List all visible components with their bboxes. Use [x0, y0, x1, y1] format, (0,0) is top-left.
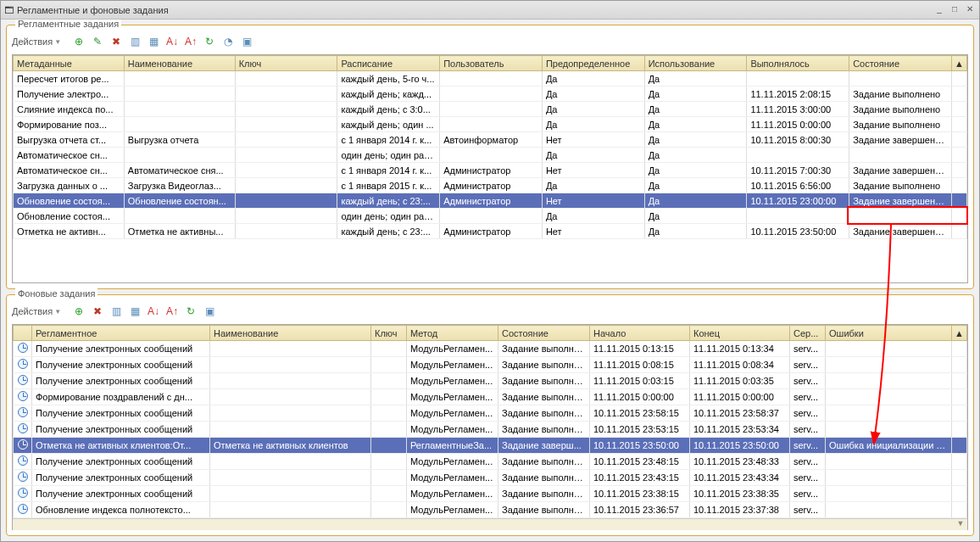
table-cell: один день; один раз... [337, 209, 440, 224]
clock-icon [14, 486, 32, 502]
table-cell: Ошибка инициализации библи... [826, 438, 952, 454]
scroll-up-icon[interactable]: ▲ [952, 326, 967, 341]
edit-icon[interactable]: ✎ [90, 34, 105, 49]
filter-clear-icon[interactable]: ▥ [109, 304, 124, 319]
table-cell: Задание завершено ... [849, 224, 952, 239]
add-icon[interactable]: ⊕ [71, 34, 86, 49]
table-cell: Автоматическое сн... [14, 148, 125, 163]
table-cell: Задание заверш... [498, 438, 590, 454]
filter-icon[interactable]: ▦ [127, 304, 142, 319]
refresh-icon[interactable]: ↻ [183, 304, 198, 319]
table-cell: Получение электронных сообщений [32, 373, 210, 389]
table-cell [826, 454, 952, 470]
table-row[interactable]: Получение электронных сообщенийМодульРег… [14, 341, 967, 357]
filter-clear-icon[interactable]: ▥ [127, 34, 142, 49]
column-header[interactable]: Пользователь [440, 56, 543, 71]
table-row[interactable]: Получение электро...каждый день; кажд...… [14, 87, 967, 102]
table-row[interactable]: Автоматическое сн...один день; один раз.… [14, 148, 967, 163]
table-cell [849, 148, 952, 163]
column-header[interactable]: Метаданные [14, 56, 125, 71]
table-row[interactable]: Получение электронных сообщенийМодульРег… [14, 373, 967, 389]
column-header[interactable]: Выполнялось [747, 56, 849, 71]
table-row[interactable]: Формирование поз...каждый день; один ...… [14, 117, 967, 132]
column-header[interactable]: Предопределенное [542, 56, 644, 71]
table-row[interactable]: Получение электронных сообщенийМодульРег… [14, 486, 967, 502]
column-header[interactable]: Ключ [371, 326, 407, 341]
column-header[interactable]: Состояние [849, 56, 952, 71]
column-header[interactable]: Использование [644, 56, 747, 71]
table-cell: Задание выполне... [498, 422, 590, 438]
table-row[interactable]: Обновление индекса полнотексто...МодульР… [14, 502, 967, 518]
table-row[interactable]: Выгрузка отчета ст...Выгрузка отчетас 1 … [14, 132, 967, 148]
sort-desc-icon[interactable]: A↑ [183, 34, 198, 49]
table-cell [235, 193, 337, 209]
column-header[interactable] [14, 326, 32, 341]
maximize-button[interactable]: □ [949, 4, 961, 16]
delete-icon[interactable]: ✖ [109, 34, 124, 49]
delete-icon[interactable]: ✖ [90, 304, 105, 319]
sort-desc-icon[interactable]: A↑ [164, 304, 180, 319]
run-icon[interactable]: ▣ [202, 304, 217, 319]
table-row[interactable]: Отметка не активных клиентов:От...Отметк… [14, 438, 967, 454]
table-cell [826, 341, 952, 357]
background-jobs-group: Фоновые задания Действия▼ ⊕ ✖ ▥ ▦ A↓ A↑ … [6, 294, 974, 536]
run-icon[interactable]: ▣ [239, 34, 254, 49]
actions-menu[interactable]: Действия [12, 36, 53, 47]
table-cell [440, 102, 543, 117]
scheduled-grid[interactable]: МетаданныеНаименованиеКлючРасписаниеПоль… [12, 54, 968, 283]
column-header[interactable]: Ошибки [826, 326, 952, 341]
refresh-icon[interactable]: ↻ [202, 34, 217, 49]
table-row[interactable]: Получение электронных сообщенийМодульРег… [14, 357, 967, 373]
table-row[interactable]: Получение электронных сообщенийМодульРег… [14, 470, 967, 486]
table-cell [747, 209, 849, 224]
table-cell [124, 102, 235, 117]
column-header[interactable]: Наименование [124, 56, 235, 71]
table-cell [210, 373, 371, 389]
schedule-icon[interactable]: ◔ [220, 34, 236, 49]
table-cell: serv... [790, 470, 826, 486]
table-row[interactable]: Получение электронных сообщенийМодульРег… [14, 422, 967, 438]
actions-menu-2[interactable]: Действия [12, 306, 53, 316]
table-row[interactable]: Пересчет итогов ре...каждый день, 5-го ч… [14, 71, 967, 87]
table-row[interactable]: Загрузка данных о ...Загрузка Видеоглаз.… [14, 178, 967, 193]
table-cell [371, 486, 407, 502]
scroll-down-icon[interactable]: ▼ [954, 518, 967, 530]
scroll-up-icon[interactable]: ▲ [951, 56, 966, 71]
sort-asc-icon[interactable]: A↓ [164, 34, 180, 49]
clock-icon [14, 341, 32, 357]
column-header[interactable]: Состояние [498, 326, 590, 341]
close-button[interactable]: ✕ [964, 4, 976, 16]
table-row[interactable]: Получение электронных сообщенийМодульРег… [14, 454, 967, 470]
minimize-button[interactable]: _ [933, 4, 945, 16]
column-header[interactable]: Метод [407, 326, 498, 341]
table-cell [849, 209, 952, 224]
column-header[interactable]: Начало [590, 326, 690, 341]
table-cell [235, 209, 337, 224]
add-icon[interactable]: ⊕ [71, 304, 86, 319]
column-header[interactable]: Расписание [337, 56, 440, 71]
table-row[interactable]: Получение электронных сообщенийМодульРег… [14, 405, 967, 422]
table-cell [747, 71, 849, 87]
table-cell [124, 209, 235, 224]
column-header[interactable]: Ключ [235, 56, 337, 71]
column-header[interactable]: Регламентное [32, 326, 210, 341]
table-cell: Да [542, 148, 644, 163]
sort-asc-icon[interactable]: A↓ [146, 304, 161, 319]
table-cell: Да [542, 117, 644, 132]
table-row[interactable]: Формирование поздравлений с дн...МодульР… [14, 389, 967, 405]
table-cell [124, 71, 235, 87]
table-row[interactable]: Отметка не активн...Отметка не активны..… [14, 224, 967, 239]
scheduled-jobs-legend: Регламентные задания [15, 20, 121, 29]
table-row[interactable]: Автоматическое сн...Автоматическое сня..… [14, 163, 967, 178]
table-row[interactable]: Обновление состоя...Обновление состоян..… [14, 193, 967, 209]
background-grid[interactable]: РегламентноеНаименованиеКлючМетодСостоян… [12, 324, 968, 530]
column-header[interactable]: Сер... [790, 326, 826, 341]
background-jobs-legend: Фоновые задания [15, 288, 97, 299]
table-cell [210, 341, 371, 357]
filter-icon[interactable]: ▦ [146, 34, 161, 49]
table-cell: Задание выполнено [849, 117, 952, 132]
column-header[interactable]: Наименование [210, 326, 371, 341]
table-row[interactable]: Слияние индекса по...каждый день; с 3:0.… [14, 102, 967, 117]
table-row[interactable]: Обновление состоя...один день; один раз.… [14, 209, 967, 224]
column-header[interactable]: Конец [690, 326, 790, 341]
